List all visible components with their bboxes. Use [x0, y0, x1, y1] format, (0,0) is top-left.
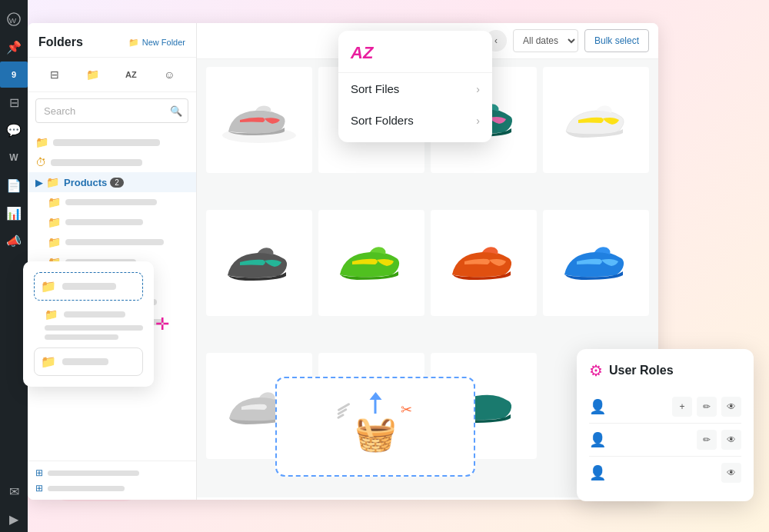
drag-label-2	[64, 311, 125, 318]
media-item-shoe5[interactable]	[206, 210, 312, 316]
add-folder-btn-2[interactable]: ⊞	[35, 483, 188, 494]
sidebar-item-megaphone[interactable]: 📣	[0, 228, 28, 254]
role-view-btn-1[interactable]: 👁	[721, 397, 741, 417]
drag-folder-icon-1: 📁	[41, 279, 56, 294]
folder-icon: ⏱	[35, 156, 46, 168]
sort-folders-label: Sort Folders	[351, 114, 414, 127]
user-icon-3: 👤	[589, 464, 606, 481]
user-roles-header: ⚙ User Roles	[589, 361, 741, 380]
sidebar-item-active[interactable]: 9	[0, 62, 28, 88]
toolbar-icon-emoji[interactable]: ☺	[158, 64, 180, 85]
add-icon-1: ⊞	[35, 467, 43, 478]
date-filter-select[interactable]: All dates	[513, 29, 578, 52]
folders-footer: ⊞ ⊞	[28, 461, 196, 500]
sidebar-item-play[interactable]: ▶	[0, 506, 28, 532]
add-icon-2: ⊞	[35, 483, 43, 494]
media-item-shoe1[interactable]	[206, 67, 312, 173]
toolbar-icon-file[interactable]: 📁	[82, 64, 104, 85]
media-item-shoe4[interactable]	[543, 67, 649, 173]
user-roles-card: ⚙ User Roles 👤 + ✏ 👁 👤 ✏ 👁 👤 👁	[577, 349, 754, 501]
folder-item[interactable]: 📁	[28, 132, 196, 152]
toolbar-icon-grid[interactable]: ⊟	[44, 64, 65, 85]
folder-item-products[interactable]: ▶ 📁 Products 2	[28, 172, 196, 192]
user-role-row-2: 👤 ✏ 👁	[589, 424, 741, 457]
sort-menu-header: AZ	[338, 43, 492, 73]
gear-icon: ⚙	[589, 361, 603, 380]
new-folder-label: New Folder	[142, 38, 185, 47]
scissors-icon: ✂	[401, 401, 412, 418]
add-folder-btn-1[interactable]: ⊞	[35, 467, 188, 478]
user-role-row-3: 👤 👁	[589, 457, 741, 489]
folders-toolbar: ⊟ 📁 AZ ☺	[28, 58, 196, 92]
folder-item-sub[interactable]: 📁	[28, 232, 196, 252]
drag-sub-bar-2	[45, 334, 118, 340]
user-role-actions-1: + ✏ 👁	[672, 397, 741, 417]
sort-files-item[interactable]: Sort Files ›	[338, 73, 492, 105]
role-edit-btn-1[interactable]: ✏	[697, 397, 717, 417]
sort-menu: AZ Sort Files › Sort Folders ›	[338, 31, 492, 142]
search-box: 🔍	[35, 98, 188, 123]
drag-label-3	[62, 358, 108, 365]
user-role-row-1: 👤 + ✏ 👁	[589, 391, 741, 424]
new-folder-icon: 📁	[128, 38, 139, 48]
user-roles-title: User Roles	[609, 364, 674, 377]
sort-files-label: Sort Files	[351, 82, 399, 95]
sidebar-item-layout[interactable]: ⊟	[0, 89, 28, 115]
toolbar-icon-sort[interactable]: AZ	[120, 64, 141, 85]
user-role-actions-2: ✏ 👁	[697, 430, 741, 450]
sidebar-item-pin[interactable]: 📌	[0, 34, 28, 60]
folder-icon: 📁	[35, 136, 48, 148]
role-view-btn-3[interactable]: 👁	[721, 463, 741, 483]
folders-title: Folders	[38, 35, 83, 49]
user-icon-1: 👤	[589, 398, 606, 415]
folder-icon: 📁	[48, 216, 61, 228]
folder-item-sub[interactable]: 📁	[28, 212, 196, 232]
sidebar-item-mail[interactable]: ✉	[0, 478, 28, 504]
folder-products-label: Products	[64, 177, 107, 188]
upload-lines-icon	[337, 406, 351, 417]
folder-icon: 📁	[48, 196, 61, 208]
folder-icon: 📁	[48, 236, 61, 248]
user-role-actions-3: 👁	[721, 463, 741, 483]
folders-header: Folders 📁 New Folder	[28, 23, 196, 58]
sort-files-chevron: ›	[476, 83, 480, 95]
upload-basket-icon: 🧺	[355, 414, 397, 454]
drag-move-icon: ✛	[155, 314, 169, 334]
sidebar-item-pages[interactable]: 📄	[0, 172, 28, 198]
upload-card[interactable]: ✂ 🧺	[275, 377, 475, 477]
user-icon-2: 👤	[589, 431, 606, 448]
folder-item[interactable]: ⏱	[28, 152, 196, 172]
search-icon: 🔍	[170, 105, 182, 117]
folder-item-sub[interactable]: 📁	[28, 192, 196, 212]
drag-folder-icon-3: 📁	[41, 354, 56, 369]
media-item-shoe8[interactable]	[543, 210, 649, 316]
search-input[interactable]	[35, 98, 188, 123]
drag-folder-icon-2: 📁	[45, 308, 58, 321]
sort-az-icon: AZ	[351, 43, 373, 63]
upload-icon-group: ✂ 🧺	[345, 400, 406, 454]
sidebar-item-analytics[interactable]: 📊	[0, 200, 28, 226]
role-view-btn-2[interactable]: 👁	[721, 430, 741, 450]
new-folder-button[interactable]: 📁 New Folder	[128, 38, 185, 48]
bulk-select-button[interactable]: Bulk select	[584, 29, 649, 52]
svg-text:W: W	[9, 16, 17, 25]
upload-arrow-icon	[375, 398, 377, 414]
folder-icon-products: 📁	[46, 176, 59, 188]
media-item-shoe7[interactable]	[431, 210, 537, 316]
role-add-btn-1[interactable]: +	[672, 397, 692, 417]
folder-count: 2	[110, 178, 124, 188]
media-item-shoe6[interactable]	[318, 210, 424, 316]
drag-sub-bar-1	[45, 325, 143, 331]
role-edit-btn-2[interactable]: ✏	[697, 430, 717, 450]
drag-card: 📁 📁 📁 ✛	[23, 261, 154, 387]
sidebar-item-comments[interactable]: 💬	[0, 117, 28, 143]
sort-folders-chevron: ›	[476, 115, 480, 127]
sidebar-item-woo[interactable]: W	[0, 145, 28, 171]
sort-folders-item[interactable]: Sort Folders ›	[338, 105, 492, 136]
sidebar-item-wp-logo[interactable]: W	[0, 6, 28, 32]
drag-label-1	[62, 283, 116, 290]
